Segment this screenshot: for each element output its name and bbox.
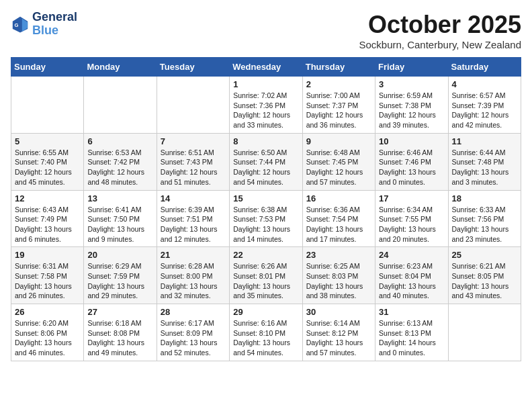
weekday-header: Saturday <box>448 58 521 77</box>
calendar-cell: 26Sunrise: 6:20 AM Sunset: 8:06 PM Dayli… <box>11 304 84 361</box>
day-info: Sunrise: 6:55 AM Sunset: 7:40 PM Dayligh… <box>15 148 80 187</box>
svg-marker-1 <box>22 18 28 32</box>
weekday-header: Thursday <box>302 58 375 77</box>
location: Sockburn, Canterbury, New Zealand <box>359 39 521 50</box>
calendar-cell: 31Sunrise: 6:13 AM Sunset: 8:13 PM Dayli… <box>375 304 448 361</box>
weekday-header: Wednesday <box>230 58 302 77</box>
calendar-cell: 14Sunrise: 6:39 AM Sunset: 7:51 PM Dayli… <box>157 190 229 247</box>
calendar-week-row: 12Sunrise: 6:43 AM Sunset: 7:49 PM Dayli… <box>11 190 521 247</box>
day-info: Sunrise: 6:43 AM Sunset: 7:49 PM Dayligh… <box>15 205 80 244</box>
day-info: Sunrise: 6:44 AM Sunset: 7:48 PM Dayligh… <box>452 148 517 187</box>
day-number: 11 <box>452 136 517 146</box>
calendar-cell: 7Sunrise: 6:51 AM Sunset: 7:43 PM Daylig… <box>157 133 229 190</box>
calendar-cell: 20Sunrise: 6:29 AM Sunset: 7:59 PM Dayli… <box>84 247 157 304</box>
calendar-cell: 4Sunrise: 6:57 AM Sunset: 7:39 PM Daylig… <box>448 77 521 134</box>
day-info: Sunrise: 7:00 AM Sunset: 7:37 PM Dayligh… <box>306 91 371 130</box>
day-info: Sunrise: 6:14 AM Sunset: 8:12 PM Dayligh… <box>306 318 371 358</box>
day-number: 26 <box>15 307 80 317</box>
day-number: 23 <box>306 250 371 260</box>
title-block: October 2025 Sockburn, Canterbury, New Z… <box>359 11 521 50</box>
day-info: Sunrise: 6:20 AM Sunset: 8:06 PM Dayligh… <box>15 318 80 358</box>
day-number: 14 <box>161 193 226 203</box>
calendar-cell: 16Sunrise: 6:36 AM Sunset: 7:54 PM Dayli… <box>302 190 375 247</box>
day-number: 24 <box>379 250 444 260</box>
day-info: Sunrise: 6:13 AM Sunset: 8:13 PM Dayligh… <box>379 318 444 358</box>
day-number: 29 <box>233 307 298 317</box>
calendar-cell: 19Sunrise: 6:31 AM Sunset: 7:58 PM Dayli… <box>11 247 84 304</box>
calendar-cell: 5Sunrise: 6:55 AM Sunset: 7:40 PM Daylig… <box>11 133 84 190</box>
day-number: 6 <box>87 136 152 146</box>
day-info: Sunrise: 6:31 AM Sunset: 7:58 PM Dayligh… <box>15 261 80 301</box>
day-info: Sunrise: 6:25 AM Sunset: 8:03 PM Dayligh… <box>306 261 371 301</box>
calendar-cell: 27Sunrise: 6:18 AM Sunset: 8:08 PM Dayli… <box>84 304 157 361</box>
day-number: 27 <box>87 307 152 317</box>
day-number: 12 <box>15 193 80 203</box>
day-info: Sunrise: 6:36 AM Sunset: 7:54 PM Dayligh… <box>306 205 371 244</box>
day-info: Sunrise: 6:34 AM Sunset: 7:55 PM Dayligh… <box>379 205 444 244</box>
calendar-cell: 17Sunrise: 6:34 AM Sunset: 7:55 PM Dayli… <box>375 190 448 247</box>
calendar-cell: 21Sunrise: 6:28 AM Sunset: 8:00 PM Dayli… <box>157 247 229 304</box>
weekday-header-row: SundayMondayTuesdayWednesdayThursdayFrid… <box>11 58 521 77</box>
day-number: 18 <box>452 193 517 203</box>
calendar-cell: 15Sunrise: 6:38 AM Sunset: 7:53 PM Dayli… <box>230 190 302 247</box>
weekday-header: Sunday <box>11 58 84 77</box>
day-info: Sunrise: 6:33 AM Sunset: 7:56 PM Dayligh… <box>452 205 517 244</box>
svg-text:G: G <box>15 22 19 28</box>
day-info: Sunrise: 6:46 AM Sunset: 7:46 PM Dayligh… <box>379 148 444 187</box>
calendar-cell: 23Sunrise: 6:25 AM Sunset: 8:03 PM Dayli… <box>302 247 375 304</box>
calendar-week-row: 1Sunrise: 7:02 AM Sunset: 7:36 PM Daylig… <box>11 77 521 134</box>
calendar-cell: 22Sunrise: 6:26 AM Sunset: 8:01 PM Dayli… <box>230 247 302 304</box>
logo-text: General Blue <box>32 11 77 38</box>
day-info: Sunrise: 6:48 AM Sunset: 7:45 PM Dayligh… <box>306 148 371 187</box>
day-info: Sunrise: 6:51 AM Sunset: 7:43 PM Dayligh… <box>161 148 226 187</box>
calendar-cell: 10Sunrise: 6:46 AM Sunset: 7:46 PM Dayli… <box>375 133 448 190</box>
day-number: 28 <box>161 307 226 317</box>
day-number: 3 <box>379 79 444 89</box>
day-info: Sunrise: 6:41 AM Sunset: 7:50 PM Dayligh… <box>87 205 152 244</box>
day-info: Sunrise: 6:26 AM Sunset: 8:01 PM Dayligh… <box>233 261 298 301</box>
day-info: Sunrise: 6:59 AM Sunset: 7:38 PM Dayligh… <box>379 91 444 130</box>
weekday-header: Tuesday <box>157 58 229 77</box>
day-info: Sunrise: 6:29 AM Sunset: 7:59 PM Dayligh… <box>87 261 152 301</box>
calendar-cell <box>448 304 521 361</box>
day-info: Sunrise: 6:38 AM Sunset: 7:53 PM Dayligh… <box>233 205 298 244</box>
day-number: 4 <box>452 79 517 89</box>
calendar-cell: 2Sunrise: 7:00 AM Sunset: 7:37 PM Daylig… <box>302 77 375 134</box>
day-number: 13 <box>87 193 152 203</box>
day-info: Sunrise: 6:21 AM Sunset: 8:05 PM Dayligh… <box>452 261 517 301</box>
calendar-cell: 3Sunrise: 6:59 AM Sunset: 7:38 PM Daylig… <box>375 77 448 134</box>
calendar-cell: 18Sunrise: 6:33 AM Sunset: 7:56 PM Dayli… <box>448 190 521 247</box>
calendar-cell: 29Sunrise: 6:16 AM Sunset: 8:10 PM Dayli… <box>230 304 302 361</box>
calendar-cell: 6Sunrise: 6:53 AM Sunset: 7:42 PM Daylig… <box>84 133 157 190</box>
day-info: Sunrise: 6:28 AM Sunset: 8:00 PM Dayligh… <box>161 261 226 301</box>
calendar-cell: 8Sunrise: 6:50 AM Sunset: 7:44 PM Daylig… <box>230 133 302 190</box>
day-number: 21 <box>161 250 226 260</box>
day-number: 2 <box>306 79 371 89</box>
weekday-header: Monday <box>84 58 157 77</box>
page-header: G General Blue October 2025 Sockburn, Ca… <box>11 11 521 50</box>
day-number: 19 <box>15 250 80 260</box>
calendar-cell: 12Sunrise: 6:43 AM Sunset: 7:49 PM Dayli… <box>11 190 84 247</box>
day-number: 1 <box>233 79 298 89</box>
day-number: 8 <box>233 136 298 146</box>
day-number: 20 <box>87 250 152 260</box>
day-number: 31 <box>379 307 444 317</box>
day-info: Sunrise: 6:57 AM Sunset: 7:39 PM Dayligh… <box>452 91 517 130</box>
calendar-cell <box>157 77 229 134</box>
day-number: 22 <box>233 250 298 260</box>
day-number: 15 <box>233 193 298 203</box>
day-number: 7 <box>161 136 226 146</box>
day-info: Sunrise: 6:23 AM Sunset: 8:04 PM Dayligh… <box>379 261 444 301</box>
logo-icon: G <box>11 15 30 34</box>
calendar-cell <box>11 77 84 134</box>
calendar-cell: 1Sunrise: 7:02 AM Sunset: 7:36 PM Daylig… <box>230 77 302 134</box>
calendar-cell <box>84 77 157 134</box>
calendar-cell: 28Sunrise: 6:17 AM Sunset: 8:09 PM Dayli… <box>157 304 229 361</box>
day-number: 10 <box>379 136 444 146</box>
calendar: SundayMondayTuesdayWednesdayThursdayFrid… <box>11 57 521 361</box>
calendar-cell: 9Sunrise: 6:48 AM Sunset: 7:45 PM Daylig… <box>302 133 375 190</box>
calendar-cell: 30Sunrise: 6:14 AM Sunset: 8:12 PM Dayli… <box>302 304 375 361</box>
day-number: 30 <box>306 307 371 317</box>
day-info: Sunrise: 6:17 AM Sunset: 8:09 PM Dayligh… <box>161 318 226 358</box>
calendar-cell: 11Sunrise: 6:44 AM Sunset: 7:48 PM Dayli… <box>448 133 521 190</box>
